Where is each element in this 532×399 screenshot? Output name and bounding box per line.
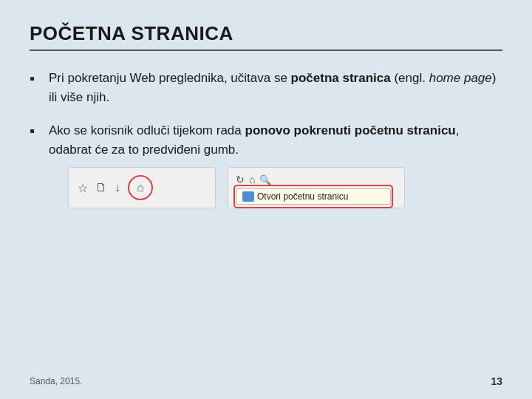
bullet1-italic: home page: [429, 71, 492, 85]
title-section: POČETNA STRANICA: [30, 22, 502, 51]
home-icon: ⌂: [137, 181, 144, 194]
bullet-text-2: Ako se korisnik odluči tijekom rada pono…: [49, 121, 502, 160]
reader-icon: 🗋: [95, 181, 107, 194]
browser-toolbar-left: ☆ 🗋 ↓ ⌂: [68, 167, 216, 208]
tooltip-blue-indicator: [242, 191, 254, 202]
bullet-icon-2: ▪: [30, 123, 41, 140]
footer-author: Sanda, 2015.: [30, 376, 82, 386]
toolbar-top-row: ↻ ⌂ 🔍: [236, 174, 397, 185]
tooltip-text: Otvori početnu stranicu: [257, 191, 348, 202]
reload-icon: ↻: [236, 174, 245, 185]
bullet1-text-before: Pri pokretanju Web preglednika, učitava …: [49, 71, 291, 85]
bookmark-icon: ☆: [78, 181, 88, 195]
page-number: 13: [491, 375, 502, 387]
bullet1-text-after: (engl.: [391, 71, 429, 85]
page-title: POČETNA STRANICA: [30, 22, 502, 51]
footer: Sanda, 2015. 13: [30, 375, 502, 387]
search-icon: 🔍: [259, 174, 271, 185]
home-icon-right: ⌂: [249, 174, 255, 185]
bullet-text-1: Pri pokretanju Web preglednika, učitava …: [49, 69, 502, 108]
images-row: ☆ 🗋 ↓ ⌂ ↻ ⌂ 🔍: [68, 167, 502, 208]
tooltip-box: Otvori početnu stranicu: [236, 188, 391, 205]
bullet2-bold: ponovo pokrenuti početnu stranicu: [245, 123, 456, 137]
page: POČETNA STRANICA ▪ Pri pokretanju Web pr…: [0, 0, 532, 399]
browser-toolbar-right: ↻ ⌂ 🔍 Otvori početnu stranicu: [228, 167, 405, 208]
bullet2-text-before: Ako se korisnik odluči tijekom rada: [49, 123, 245, 137]
bullet-2: ▪ Ako se korisnik odluči tijekom rada po…: [30, 121, 502, 209]
download-icon: ↓: [115, 181, 120, 194]
home-button-circled[interactable]: ⌂: [128, 175, 153, 200]
bullet-icon-1: ▪: [30, 70, 41, 87]
bullet-1: ▪ Pri pokretanju Web preglednika, učitav…: [30, 69, 502, 108]
bullet1-bold: početna stranica: [291, 71, 391, 85]
